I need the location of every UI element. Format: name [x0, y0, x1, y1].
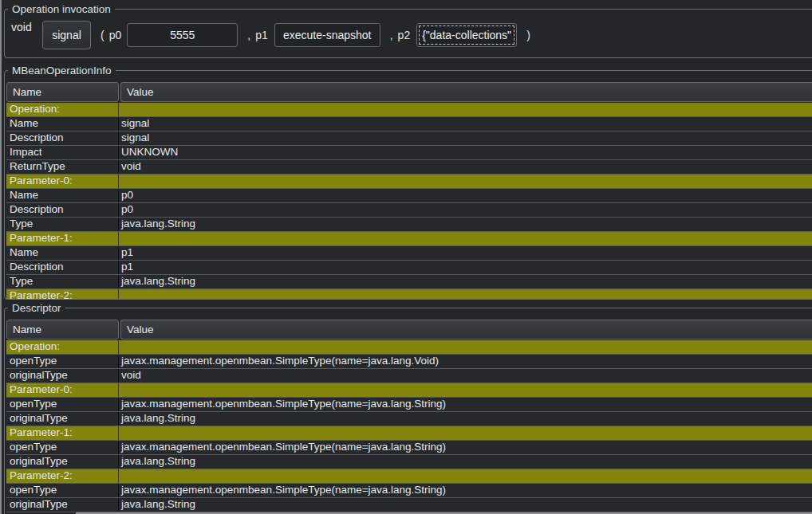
table-body: Operation: openType javax.management.ope…	[6, 340, 812, 512]
table-row[interactable]: originalType java.lang.String	[6, 498, 812, 512]
operation-invocation-panel: void signal ( p0 , p1 , p2 )	[4, 9, 812, 58]
p1-label: p1	[255, 29, 268, 41]
table-body: Operation: Name signal Description signa…	[6, 103, 812, 300]
p0-label: p0	[109, 29, 122, 41]
table-row[interactable]: originalType java.lang.String	[6, 455, 812, 469]
p2-input-focused[interactable]	[416, 23, 517, 47]
table-row[interactable]: Name signal	[6, 117, 812, 131]
table-row[interactable]: Description p1	[6, 261, 812, 275]
open-paren-label: (	[101, 29, 104, 41]
table-row[interactable]: Name p1	[6, 246, 812, 261]
table-row[interactable]: Operation:	[6, 103, 812, 117]
return-type-label: void	[11, 21, 42, 33]
table-row[interactable]: Impact UNKNOWN	[6, 146, 812, 160]
comma-label: ,	[390, 29, 393, 41]
descriptor-table: Name Value Operation: openType javax.man…	[6, 320, 812, 512]
table-header-row: Name Value	[6, 82, 812, 102]
p1-input[interactable]	[274, 23, 380, 47]
column-header-value[interactable]: Value	[120, 82, 812, 102]
table-header-row: Name Value	[6, 320, 812, 339]
column-header-name[interactable]: Name	[6, 320, 119, 339]
table-row[interactable]: openType javax.management.openmbean.Simp…	[6, 484, 812, 498]
table-row[interactable]: Description p0	[6, 203, 812, 218]
descriptor-panel: Name Value Operation: openType javax.man…	[4, 308, 812, 514]
table-row[interactable]: Parameter-1:	[6, 232, 812, 246]
operation-invocation-title: Operation invocation	[8, 3, 115, 15]
mbean-operation-info-title: MBeanOperationInfo	[8, 65, 116, 77]
table-row[interactable]: openType javax.management.openmbean.Simp…	[6, 398, 812, 412]
p2-label: p2	[398, 29, 411, 41]
table-row[interactable]: Parameter-2:	[6, 469, 812, 484]
table-row[interactable]: Description signal	[6, 131, 812, 146]
p0-input[interactable]	[127, 23, 238, 47]
invoke-operation-button[interactable]: signal	[42, 21, 91, 49]
close-paren-label: )	[526, 29, 530, 41]
column-header-name[interactable]: Name	[6, 82, 119, 102]
table-row[interactable]: Type java.lang.String	[6, 275, 812, 289]
table-row[interactable]: Type java.lang.String	[6, 218, 812, 232]
mbean-operation-info-panel: Name Value Operation: Name signal Descri…	[4, 70, 812, 300]
table-row[interactable]: openType javax.management.openmbean.Simp…	[6, 441, 812, 455]
table-row[interactable]: openType javax.management.openmbean.Simp…	[6, 355, 812, 369]
table-row[interactable]: Parameter-2:	[6, 289, 812, 300]
comma-label: ,	[247, 29, 250, 41]
panel-left-border	[0, 0, 2, 514]
mbean-operation-info-table: Name Value Operation: Name signal Descri…	[6, 82, 812, 300]
table-row[interactable]: Parameter-0:	[6, 175, 812, 189]
table-row[interactable]: Name p0	[6, 189, 812, 203]
table-row[interactable]: originalType void	[6, 369, 812, 383]
table-row[interactable]: Parameter-0:	[6, 383, 812, 398]
descriptor-title: Descriptor	[8, 302, 65, 314]
table-row[interactable]: Parameter-1:	[6, 426, 812, 441]
table-row[interactable]: Operation:	[6, 340, 812, 355]
table-row[interactable]: originalType java.lang.String	[6, 412, 812, 426]
table-row[interactable]: ReturnType void	[6, 160, 812, 175]
column-header-value[interactable]: Value	[120, 320, 812, 339]
